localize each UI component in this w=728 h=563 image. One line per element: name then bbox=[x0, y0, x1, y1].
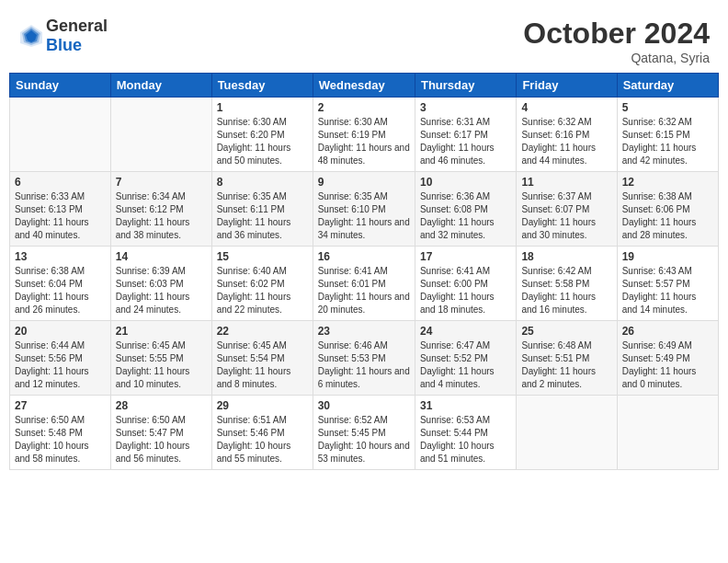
calendar-cell: 27Sunrise: 6:50 AM Sunset: 5:48 PM Dayli… bbox=[10, 396, 111, 470]
logo-blue-text: Blue bbox=[46, 36, 82, 54]
day-number: 4 bbox=[521, 101, 611, 114]
calendar-cell bbox=[110, 98, 211, 172]
week-row-3: 13Sunrise: 6:38 AM Sunset: 6:04 PM Dayli… bbox=[10, 247, 719, 321]
day-number: 17 bbox=[420, 250, 511, 263]
header-wednesday: Wednesday bbox=[313, 74, 415, 98]
title-section: October 2024 Qatana, Syria bbox=[523, 17, 710, 65]
day-info: Sunrise: 6:49 AM Sunset: 5:49 PM Dayligh… bbox=[622, 339, 713, 391]
calendar-cell: 10Sunrise: 6:36 AM Sunset: 6:08 PM Dayli… bbox=[415, 172, 516, 247]
calendar-cell bbox=[10, 98, 111, 172]
day-info: Sunrise: 6:40 AM Sunset: 6:02 PM Dayligh… bbox=[217, 265, 308, 316]
day-number: 8 bbox=[217, 176, 308, 189]
calendar-cell: 24Sunrise: 6:47 AM Sunset: 5:52 PM Dayli… bbox=[415, 321, 516, 396]
day-number: 15 bbox=[217, 250, 308, 263]
calendar-cell: 29Sunrise: 6:51 AM Sunset: 5:46 PM Dayli… bbox=[211, 396, 313, 470]
day-number: 10 bbox=[420, 176, 511, 189]
day-number: 29 bbox=[217, 399, 308, 412]
calendar-cell: 11Sunrise: 6:37 AM Sunset: 6:07 PM Dayli… bbox=[517, 172, 617, 247]
day-info: Sunrise: 6:41 AM Sunset: 6:01 PM Dayligh… bbox=[318, 265, 410, 316]
day-number: 22 bbox=[217, 325, 308, 338]
day-info: Sunrise: 6:35 AM Sunset: 6:11 PM Dayligh… bbox=[217, 190, 308, 242]
calendar-cell: 20Sunrise: 6:44 AM Sunset: 5:56 PM Dayli… bbox=[10, 321, 111, 396]
day-number: 6 bbox=[15, 176, 106, 189]
day-info: Sunrise: 6:33 AM Sunset: 6:13 PM Dayligh… bbox=[15, 190, 106, 242]
logo-icon bbox=[18, 23, 44, 49]
calendar-cell: 21Sunrise: 6:45 AM Sunset: 5:55 PM Dayli… bbox=[110, 321, 211, 396]
calendar-cell: 9Sunrise: 6:35 AM Sunset: 6:10 PM Daylig… bbox=[313, 172, 415, 247]
day-info: Sunrise: 6:42 AM Sunset: 5:58 PM Dayligh… bbox=[521, 265, 611, 316]
day-number: 11 bbox=[521, 176, 611, 189]
week-row-2: 6Sunrise: 6:33 AM Sunset: 6:13 PM Daylig… bbox=[10, 172, 719, 247]
day-number: 3 bbox=[420, 101, 511, 114]
day-info: Sunrise: 6:39 AM Sunset: 6:03 PM Dayligh… bbox=[116, 265, 207, 316]
header-thursday: Thursday bbox=[415, 74, 516, 98]
day-number: 28 bbox=[116, 399, 207, 412]
day-info: Sunrise: 6:41 AM Sunset: 6:00 PM Dayligh… bbox=[420, 265, 511, 316]
day-number: 12 bbox=[622, 176, 713, 189]
calendar-cell: 5Sunrise: 6:32 AM Sunset: 6:15 PM Daylig… bbox=[617, 98, 718, 172]
day-info: Sunrise: 6:31 AM Sunset: 6:17 PM Dayligh… bbox=[420, 116, 511, 167]
day-number: 16 bbox=[318, 250, 410, 263]
day-info: Sunrise: 6:46 AM Sunset: 5:53 PM Dayligh… bbox=[318, 339, 410, 391]
day-number: 23 bbox=[318, 325, 410, 338]
day-info: Sunrise: 6:32 AM Sunset: 6:15 PM Dayligh… bbox=[622, 116, 713, 167]
day-info: Sunrise: 6:48 AM Sunset: 5:51 PM Dayligh… bbox=[521, 339, 611, 391]
day-number: 27 bbox=[15, 399, 106, 412]
calendar-cell: 6Sunrise: 6:33 AM Sunset: 6:13 PM Daylig… bbox=[10, 172, 111, 247]
calendar-table: SundayMondayTuesdayWednesdayThursdayFrid… bbox=[9, 73, 719, 470]
calendar-cell: 4Sunrise: 6:32 AM Sunset: 6:16 PM Daylig… bbox=[517, 98, 617, 172]
calendar-cell: 25Sunrise: 6:48 AM Sunset: 5:51 PM Dayli… bbox=[517, 321, 617, 396]
calendar-header-row: SundayMondayTuesdayWednesdayThursdayFrid… bbox=[10, 74, 719, 98]
day-number: 24 bbox=[420, 325, 511, 338]
calendar-cell: 22Sunrise: 6:45 AM Sunset: 5:54 PM Dayli… bbox=[211, 321, 313, 396]
location: Qatana, Syria bbox=[523, 51, 710, 65]
calendar-cell: 19Sunrise: 6:43 AM Sunset: 5:57 PM Dayli… bbox=[617, 247, 718, 321]
day-info: Sunrise: 6:32 AM Sunset: 6:16 PM Dayligh… bbox=[521, 116, 611, 167]
calendar-cell: 2Sunrise: 6:30 AM Sunset: 6:19 PM Daylig… bbox=[313, 98, 415, 172]
day-info: Sunrise: 6:35 AM Sunset: 6:10 PM Dayligh… bbox=[318, 190, 410, 242]
calendar-cell: 14Sunrise: 6:39 AM Sunset: 6:03 PM Dayli… bbox=[110, 247, 211, 321]
day-info: Sunrise: 6:30 AM Sunset: 6:19 PM Dayligh… bbox=[318, 116, 410, 167]
day-info: Sunrise: 6:53 AM Sunset: 5:44 PM Dayligh… bbox=[420, 414, 511, 465]
day-number: 1 bbox=[217, 101, 308, 114]
day-info: Sunrise: 6:52 AM Sunset: 5:45 PM Dayligh… bbox=[318, 414, 410, 465]
calendar-cell: 13Sunrise: 6:38 AM Sunset: 6:04 PM Dayli… bbox=[10, 247, 111, 321]
day-info: Sunrise: 6:38 AM Sunset: 6:04 PM Dayligh… bbox=[15, 265, 106, 316]
page-header: General Blue October 2024 Qatana, Syria bbox=[9, 9, 719, 69]
calendar-cell: 12Sunrise: 6:38 AM Sunset: 6:06 PM Dayli… bbox=[617, 172, 718, 247]
day-info: Sunrise: 6:47 AM Sunset: 5:52 PM Dayligh… bbox=[420, 339, 511, 391]
header-sunday: Sunday bbox=[10, 74, 111, 98]
day-number: 18 bbox=[521, 250, 611, 263]
day-info: Sunrise: 6:44 AM Sunset: 5:56 PM Dayligh… bbox=[15, 339, 106, 391]
calendar-cell: 28Sunrise: 6:50 AM Sunset: 5:47 PM Dayli… bbox=[110, 396, 211, 470]
day-info: Sunrise: 6:50 AM Sunset: 5:47 PM Dayligh… bbox=[116, 414, 207, 465]
day-info: Sunrise: 6:45 AM Sunset: 5:55 PM Dayligh… bbox=[116, 339, 207, 391]
month-title: October 2024 bbox=[523, 17, 710, 51]
calendar-cell: 31Sunrise: 6:53 AM Sunset: 5:44 PM Dayli… bbox=[415, 396, 516, 470]
calendar-cell: 1Sunrise: 6:30 AM Sunset: 6:20 PM Daylig… bbox=[211, 98, 313, 172]
calendar-cell: 15Sunrise: 6:40 AM Sunset: 6:02 PM Dayli… bbox=[211, 247, 313, 321]
calendar-cell: 17Sunrise: 6:41 AM Sunset: 6:00 PM Dayli… bbox=[415, 247, 516, 321]
day-number: 19 bbox=[622, 250, 713, 263]
week-row-5: 27Sunrise: 6:50 AM Sunset: 5:48 PM Dayli… bbox=[10, 396, 719, 470]
day-number: 20 bbox=[15, 325, 106, 338]
header-tuesday: Tuesday bbox=[211, 74, 313, 98]
calendar-cell: 8Sunrise: 6:35 AM Sunset: 6:11 PM Daylig… bbox=[211, 172, 313, 247]
day-number: 14 bbox=[116, 250, 207, 263]
day-info: Sunrise: 6:38 AM Sunset: 6:06 PM Dayligh… bbox=[622, 190, 713, 242]
calendar-cell: 30Sunrise: 6:52 AM Sunset: 5:45 PM Dayli… bbox=[313, 396, 415, 470]
day-info: Sunrise: 6:51 AM Sunset: 5:46 PM Dayligh… bbox=[217, 414, 308, 465]
week-row-4: 20Sunrise: 6:44 AM Sunset: 5:56 PM Dayli… bbox=[10, 321, 719, 396]
day-number: 9 bbox=[318, 176, 410, 189]
day-info: Sunrise: 6:50 AM Sunset: 5:48 PM Dayligh… bbox=[15, 414, 106, 465]
calendar-cell: 7Sunrise: 6:34 AM Sunset: 6:12 PM Daylig… bbox=[110, 172, 211, 247]
day-number: 2 bbox=[318, 101, 410, 114]
calendar-cell: 23Sunrise: 6:46 AM Sunset: 5:53 PM Dayli… bbox=[313, 321, 415, 396]
calendar-cell: 16Sunrise: 6:41 AM Sunset: 6:01 PM Dayli… bbox=[313, 247, 415, 321]
header-saturday: Saturday bbox=[617, 74, 718, 98]
day-number: 21 bbox=[116, 325, 207, 338]
calendar-cell: 26Sunrise: 6:49 AM Sunset: 5:49 PM Dayli… bbox=[617, 321, 718, 396]
logo-general-text: General bbox=[46, 17, 108, 35]
day-number: 26 bbox=[622, 325, 713, 338]
day-number: 13 bbox=[15, 250, 106, 263]
